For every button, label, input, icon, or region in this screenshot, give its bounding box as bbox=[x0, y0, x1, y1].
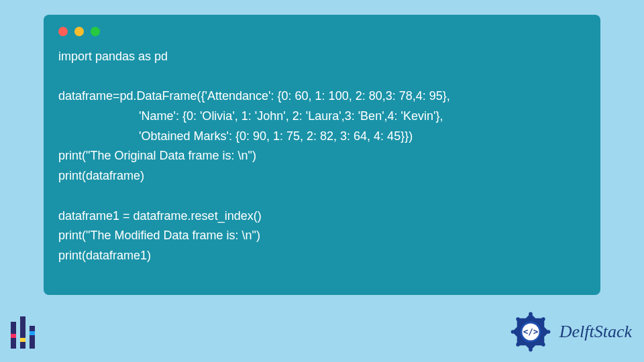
minimize-dot-icon bbox=[74, 27, 84, 36]
svg-point-13 bbox=[541, 343, 545, 347]
svg-point-14 bbox=[529, 348, 533, 352]
svg-point-12 bbox=[547, 330, 551, 334]
brand-name: DelftStack bbox=[559, 322, 632, 342]
svg-text:</>: </> bbox=[523, 326, 538, 337]
close-dot-icon bbox=[58, 27, 68, 36]
svg-point-17 bbox=[516, 317, 520, 321]
footer-right-brand: </> DelftStack bbox=[507, 308, 632, 355]
svg-rect-3 bbox=[20, 338, 25, 342]
svg-point-10 bbox=[529, 312, 533, 316]
delftstack-logo-icon: </> bbox=[507, 308, 554, 355]
bars-logo-icon bbox=[8, 314, 42, 354]
maximize-dot-icon bbox=[91, 27, 100, 36]
window-controls bbox=[58, 27, 586, 36]
code-content: import pandas as pd dataframe=pd.DataFra… bbox=[58, 47, 586, 266]
svg-rect-5 bbox=[30, 331, 35, 335]
svg-rect-4 bbox=[30, 326, 35, 349]
footer-left-logo bbox=[8, 314, 42, 354]
svg-point-15 bbox=[516, 343, 520, 347]
code-window: import pandas as pd dataframe=pd.DataFra… bbox=[44, 15, 600, 295]
svg-rect-1 bbox=[11, 334, 16, 338]
svg-point-16 bbox=[511, 330, 515, 334]
svg-rect-2 bbox=[20, 316, 25, 349]
svg-point-11 bbox=[541, 317, 545, 321]
